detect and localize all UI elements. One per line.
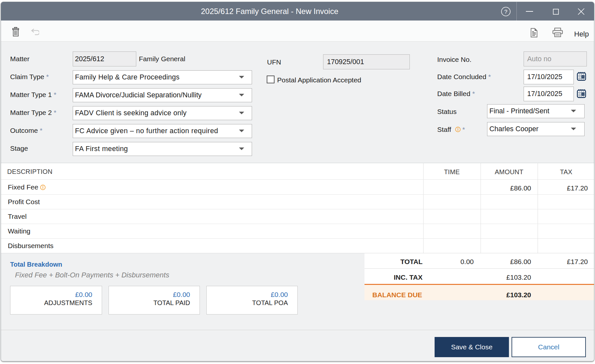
svg-text:?: ? (504, 9, 507, 15)
